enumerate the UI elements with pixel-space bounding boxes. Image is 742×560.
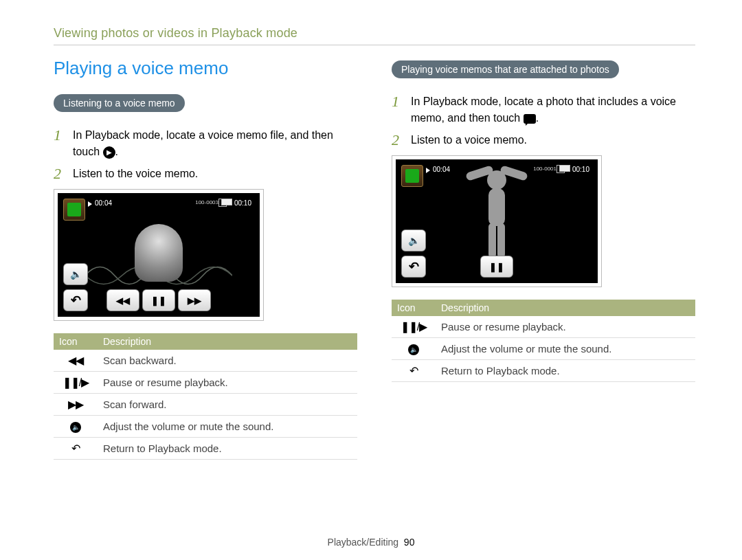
current-time: 00:04 xyxy=(433,166,450,173)
page-number: 90 xyxy=(404,537,415,548)
subheading-pill-left: Listening to a voice memo xyxy=(54,94,185,112)
icon-description-table-right: Icon Description ❚❚/▶ Pause or resume pl… xyxy=(392,300,695,382)
return-button[interactable]: ↶ xyxy=(63,289,88,311)
memo-icon xyxy=(524,114,536,124)
step-1-left: 1 In Playback mode, locate a voice memo … xyxy=(54,127,357,160)
total-time: 00:10 xyxy=(234,199,251,207)
icon-description-table-left: Icon Description ◀◀ Scan backward. ❚❚/▶ … xyxy=(54,333,357,460)
table-row: ▶▶ Scan forward. xyxy=(54,394,357,416)
step-text-part: In Playback mode, locate a photo that in… xyxy=(411,96,676,124)
step-number: 1 xyxy=(54,127,66,160)
volume-icon: 🔈 xyxy=(70,269,82,280)
play-arrow-icon xyxy=(426,168,430,173)
volume-icon: 🔈 xyxy=(408,344,419,355)
table-cell-description: Adjust the volume or mute the sound. xyxy=(436,338,695,360)
table-cell-description: Scan backward. xyxy=(98,350,357,372)
scan-backward-button[interactable]: ◀◀ xyxy=(106,289,139,311)
battery-icon xyxy=(559,165,570,172)
microphone-illustration xyxy=(135,224,183,282)
volume-button[interactable]: 🔈 xyxy=(401,229,426,251)
step-text: Listen to a voice memo. xyxy=(411,132,695,148)
pause-button[interactable]: ❚❚ xyxy=(480,256,513,278)
volume-icon: 🔈 xyxy=(408,235,420,246)
step-2-left: 2 Listen to the voice memo. xyxy=(54,166,357,182)
table-row: ◀◀ Scan backward. xyxy=(54,350,357,372)
table-cell-description: Pause or resume playback. xyxy=(436,316,695,338)
page-footer: Playback/Editing 90 xyxy=(0,537,742,548)
svg-rect-4 xyxy=(488,223,496,258)
subheading-pill-right: Playing voice memos that are attached to… xyxy=(392,60,619,78)
table-row: 🔈 Adjust the volume or mute the sound. xyxy=(54,416,357,438)
step-2-right: 2 Listen to a voice memo. xyxy=(392,132,695,148)
battery-icon xyxy=(221,199,232,205)
table-cell-description: Return to Playback mode. xyxy=(98,438,357,460)
svg-rect-5 xyxy=(497,223,505,258)
table-header-icon: Icon xyxy=(392,300,436,316)
table-header-description: Description xyxy=(98,333,357,350)
thumbnail-icon xyxy=(63,199,85,221)
two-column-layout: Playing a voice memo Listening to a voic… xyxy=(54,58,695,460)
table-cell-description: Pause or resume playback. xyxy=(98,372,357,394)
page-title: Playing a voice memo xyxy=(54,58,357,79)
step-number: 1 xyxy=(392,93,404,126)
pause-icon: ❚❚ xyxy=(151,295,166,306)
return-icon: ↶ xyxy=(71,293,81,308)
table-row: ↶ Return to Playback mode. xyxy=(392,360,695,382)
transport-controls: ❚❚ xyxy=(480,256,513,278)
camera-lcd-voice-memo: 00:04 100-0003 00:10 🔈 xyxy=(58,193,260,317)
scan-forward-icon: ▶▶ xyxy=(68,398,83,411)
volume-icon: 🔈 xyxy=(70,422,81,433)
camera-screen-figure-photo-memo: 00:04 100-0001 00:10 xyxy=(392,155,602,287)
camera-lcd-photo-memo: 00:04 100-0001 00:10 xyxy=(396,159,598,283)
step-text: In Playback mode, locate a photo that in… xyxy=(411,93,695,126)
thumbnail-icon xyxy=(401,165,423,187)
table-cell-description: Adjust the volume or mute the sound. xyxy=(98,416,357,438)
step-number: 2 xyxy=(54,166,66,182)
step-text: Listen to the voice memo. xyxy=(73,166,357,182)
transport-controls: ◀◀ ❚❚ ▶▶ xyxy=(106,289,211,311)
step-text-suffix: . xyxy=(536,112,539,124)
step-number: 2 xyxy=(392,132,404,148)
scan-forward-icon: ▶▶ xyxy=(188,295,201,306)
scan-forward-button[interactable]: ▶▶ xyxy=(178,289,211,311)
play-arrow-icon xyxy=(88,201,92,207)
footer-section: Playback/Editing xyxy=(328,537,399,548)
current-time: 00:04 xyxy=(95,199,112,207)
table-header-icon: Icon xyxy=(54,333,98,350)
breadcrumb: Viewing photos or videos in Playback mod… xyxy=(54,26,695,41)
table-row: ❚❚/▶ Pause or resume playback. xyxy=(392,316,695,338)
table-header-description: Description xyxy=(436,300,695,316)
svg-rect-1 xyxy=(488,188,505,226)
play-circle-icon: ▶ xyxy=(103,146,115,159)
divider xyxy=(54,45,695,45)
total-time: 00:10 xyxy=(572,166,589,173)
pause-play-icon: ❚❚/▶ xyxy=(401,320,427,333)
volume-button[interactable]: 🔈 xyxy=(63,263,88,285)
table-row: ❚❚/▶ Pause or resume playback. xyxy=(54,372,357,394)
scan-backward-icon: ◀◀ xyxy=(116,295,130,306)
table-cell-description: Scan forward. xyxy=(98,394,357,416)
pause-play-icon: ❚❚/▶ xyxy=(63,376,89,389)
pause-button[interactable]: ❚❚ xyxy=(142,289,175,311)
step-text-suffix: . xyxy=(115,146,118,157)
scan-backward-icon: ◀◀ xyxy=(68,354,83,367)
step-1-right: 1 In Playback mode, locate a photo that … xyxy=(392,93,695,126)
return-icon: ↶ xyxy=(409,364,418,377)
right-column: Playing voice memos that are attached to… xyxy=(392,58,695,460)
file-number: 100-0003 xyxy=(195,199,218,205)
manual-page: Viewing photos or videos in Playback mod… xyxy=(0,0,742,560)
return-button[interactable]: ↶ xyxy=(401,256,426,278)
pause-icon: ❚❚ xyxy=(489,262,504,272)
table-row: 🔈 Adjust the volume or mute the sound. xyxy=(392,338,695,360)
table-cell-description: Return to Playback mode. xyxy=(436,360,695,382)
return-icon: ↶ xyxy=(409,259,419,274)
return-icon: ↶ xyxy=(71,442,80,455)
left-column: Playing a voice memo Listening to a voic… xyxy=(54,58,357,460)
camera-screen-figure-voice: 00:04 100-0003 00:10 🔈 xyxy=(54,189,264,321)
table-row: ↶ Return to Playback mode. xyxy=(54,438,357,460)
step-text: In Playback mode, locate a voice memo fi… xyxy=(73,127,357,160)
